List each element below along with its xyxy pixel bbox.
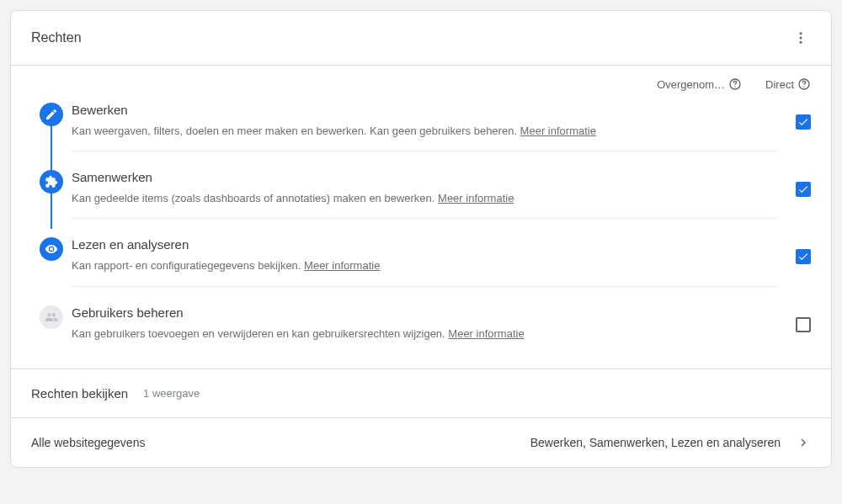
pencil-icon [40,103,63,126]
view-permissions-count: 1 weergave [143,387,200,400]
permission-title: Lezen en analyseren [72,237,777,252]
svg-point-0 [800,32,802,34]
permission-desc: Kan weergaven, filters, doelen en meer m… [72,124,777,139]
more-info-link[interactable]: Meer informatie [448,327,524,340]
view-permissions-header: Rechten bekijken 1 weergave [11,369,831,418]
permission-title: Samenwerken [72,170,777,184]
view-row[interactable]: Alle websitegegevens Bewerken, Samenwerk… [11,418,831,467]
permissions-card: Rechten Overgenom… Direct Bewerken Kan w… [10,10,832,468]
help-icon[interactable] [728,77,742,91]
checkbox-edit[interactable] [796,114,811,130]
permission-text: Samenwerken Kan gedeelde items (zoals da… [72,170,777,219]
svg-point-6 [803,86,804,87]
column-direct: Direct [765,77,811,91]
checkbox-read[interactable] [796,249,811,264]
card-title: Rechten [31,30,82,45]
permission-title: Gebruikers beheren [72,305,777,320]
permission-desc: Kan rapport- en configuratiegegevens bek… [72,258,777,273]
permission-desc: Kan gedeelde items (zoals dashboards of … [72,191,777,206]
column-inherited-label: Overgenom… [657,78,725,91]
puzzle-icon [40,170,63,194]
view-permissions-title: Rechten bekijken [31,386,128,401]
view-summary-wrap: Bewerken, Samenwerken, Lezen en analyser… [530,435,811,450]
permission-row-read: Lezen en analyseren Kan rapport- en conf… [31,231,811,298]
more-info-link[interactable]: Meer informatie [438,192,514,204]
more-vert-icon [793,30,808,45]
permission-check-col [777,103,811,130]
check-icon [797,251,809,263]
svg-point-4 [734,86,735,87]
check-icon [797,183,809,195]
permission-title: Bewerken [72,103,777,117]
chevron-right-icon [796,435,811,450]
check-icon [797,116,809,128]
view-summary: Bewerken, Samenwerken, Lezen en analyser… [530,436,781,449]
permission-check-col [777,305,811,332]
permission-row-manage: Gebruikers beheren Kan gebruikers toevoe… [31,299,811,365]
column-inherited: Overgenom… [657,77,742,91]
more-menu-button[interactable] [791,28,811,48]
permission-text: Lezen en analyseren Kan rapport- en conf… [72,237,777,286]
checkbox-collaborate[interactable] [796,182,811,197]
card-header: Rechten [11,11,831,66]
users-icon [40,305,63,329]
more-info-link[interactable]: Meer informatie [304,259,380,272]
permission-icon-col [31,237,72,261]
permissions-list: Bewerken Kan weergaven, filters, doelen … [11,96,831,369]
view-name: Alle websitegegevens [31,436,145,449]
permission-check-col [777,170,811,197]
permission-text: Bewerken Kan weergaven, filters, doelen … [72,103,777,151]
permission-text: Gebruikers beheren Kan gebruikers toevoe… [72,305,777,353]
svg-point-1 [800,37,802,40]
permission-check-col [777,237,811,264]
column-direct-label: Direct [765,78,794,91]
column-headers: Overgenom… Direct [11,66,831,96]
checkbox-manage[interactable] [796,317,811,332]
permission-icon-col [31,305,72,329]
help-icon[interactable] [797,77,811,91]
svg-point-2 [800,41,802,44]
permission-icon-col [31,170,72,194]
eye-icon [40,237,63,261]
permission-icon-col [31,103,72,126]
more-info-link[interactable]: Meer informatie [520,125,596,137]
permission-row-edit: Bewerken Kan weergaven, filters, doelen … [31,96,811,163]
permission-desc: Kan gebruikers toevoegen en verwijderen … [72,326,777,342]
permission-row-collaborate: Samenwerken Kan gedeelde items (zoals da… [31,163,811,231]
